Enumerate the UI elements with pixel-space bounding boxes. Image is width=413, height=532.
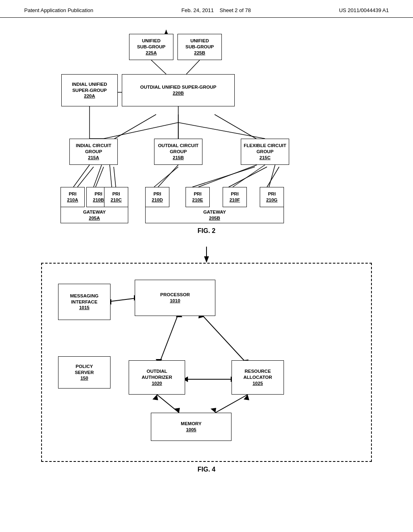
- box-flexible-circuit: FLEXIBLE CIRCUITGROUP215C: [241, 139, 289, 165]
- header-center: Feb. 24, 2011 Sheet 2 of 78: [181, 7, 251, 13]
- fig4-inner-diagram: MESSAGINGINTERFACE1015 PROCESSOR1010 POL…: [54, 276, 359, 449]
- box-pri-210f: PRI210F: [223, 187, 247, 207]
- box-unified-b: UNIFIEDSUB-GROUP225B: [177, 34, 222, 60]
- box-pri-210g: PRI210G: [260, 187, 284, 207]
- fig4-top-arrow: [41, 247, 372, 263]
- box-gateway-b: GATEWAY205B: [145, 207, 284, 223]
- svg-line-36: [199, 312, 248, 364]
- svg-line-11: [229, 167, 267, 187]
- fig4-area: MESSAGINGINTERFACE1015 PROCESSOR1010 POL…: [0, 247, 413, 473]
- fig4-label: FIG. 4: [24, 466, 389, 473]
- svg-line-7: [96, 167, 104, 187]
- box-memory: MEMORY1005: [151, 413, 232, 441]
- svg-line-25: [198, 165, 257, 187]
- box-pri-210a: PRI210A: [60, 187, 85, 207]
- svg-line-13: [151, 60, 166, 74]
- svg-line-27: [269, 165, 275, 187]
- box-indial-super: INDIAL UNIFIEDSUPER-GROUP220A: [61, 74, 118, 106]
- box-indial-circuit: INDIAL CIRCUITGROUP215A: [69, 139, 118, 165]
- svg-marker-43: [174, 408, 180, 413]
- box-outdial-circuit: OUTDIAL CIRCUITGROUP215B: [154, 139, 202, 165]
- box-messaging-interface: MESSAGINGINTERFACE1015: [58, 284, 111, 320]
- box-unified-a: UNIFIEDSUB-GROUP225A: [129, 34, 173, 60]
- svg-line-8: [114, 167, 116, 187]
- svg-line-18: [104, 123, 178, 139]
- svg-line-20: [178, 123, 265, 139]
- svg-line-24: [158, 165, 178, 187]
- fig2-diagram: UNIFIEDSUB-GROUP225A UNIFIEDSUB-GROUP225…: [41, 30, 372, 223]
- svg-marker-44: [152, 395, 158, 400]
- svg-line-21: [73, 165, 90, 187]
- fig2-area: UNIFIEDSUB-GROUP225A UNIFIEDSUB-GROUP225…: [0, 30, 413, 235]
- box-outdial-authorizer: OUTDIALAUTHORIZER1020: [129, 360, 185, 395]
- svg-line-9: [154, 167, 178, 187]
- svg-marker-29: [204, 256, 209, 263]
- header-left: Patent Application Publication: [24, 7, 93, 13]
- svg-line-33: [159, 312, 179, 364]
- page-header: Patent Application Publication Feb. 24, …: [0, 0, 413, 18]
- svg-line-23: [110, 165, 112, 187]
- svg-line-10: [192, 167, 255, 187]
- svg-line-42: [157, 395, 179, 413]
- svg-marker-47: [244, 395, 249, 400]
- box-gateway-a: GATEWAY205A: [60, 207, 128, 223]
- fig4-wrapper: MESSAGINGINTERFACE1015 PROCESSOR1010 POL…: [41, 247, 372, 462]
- header-right: US 2011/0044439 A1: [339, 7, 389, 13]
- box-outdial-super: OUTDIAL UNIFIED SUPER-GROUP220B: [122, 74, 235, 106]
- svg-line-12: [267, 167, 279, 187]
- svg-line-22: [94, 165, 102, 187]
- box-processor: PROCESSOR1010: [135, 280, 215, 316]
- box-pri-210d: PRI210D: [145, 187, 169, 207]
- svg-line-30: [106, 298, 139, 302]
- svg-line-26: [233, 165, 265, 187]
- fig2-label: FIG. 2: [24, 227, 389, 235]
- svg-line-6: [77, 167, 94, 187]
- box-pri-210c: PRI210C: [104, 187, 128, 207]
- svg-line-14: [186, 60, 200, 74]
- svg-marker-46: [211, 408, 216, 413]
- fig4-dashed-box: MESSAGINGINTERFACE1015 PROCESSOR1010 POL…: [41, 263, 372, 462]
- box-policy-server: POLICYSERVER150: [58, 356, 111, 389]
- svg-line-45: [215, 395, 248, 413]
- box-resource-allocator: RESOURCEALLOCATOR1025: [232, 360, 284, 395]
- box-pri-210e: PRI210E: [186, 187, 210, 207]
